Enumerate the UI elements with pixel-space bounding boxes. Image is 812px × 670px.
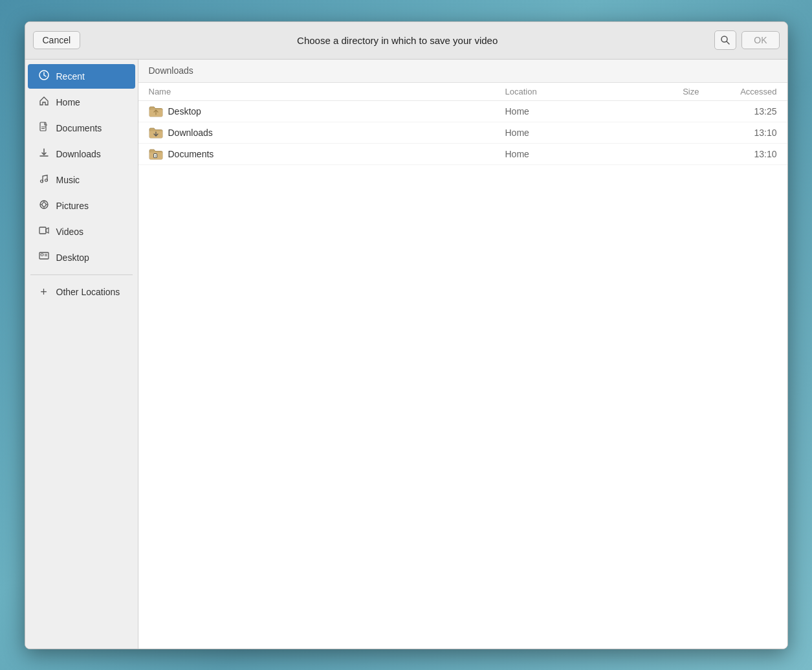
svg-rect-16: [39, 227, 46, 234]
ok-button[interactable]: OK: [741, 31, 779, 49]
folder-home-icon: [149, 106, 163, 117]
search-icon: [720, 35, 730, 45]
svg-line-1: [727, 41, 729, 44]
col-header-accessed: Accessed: [699, 87, 777, 96]
col-header-location: Location: [505, 87, 648, 96]
downloads-icon: [38, 148, 50, 161]
sidebar-item-music[interactable]: Music: [28, 168, 135, 192]
row-accessed: 13:10: [699, 128, 777, 138]
row-accessed: 13:10: [699, 149, 777, 159]
table-row[interactable]: Documents Home 13:10: [138, 144, 787, 165]
col-header-name: Name: [149, 87, 505, 96]
other-locations-icon: +: [38, 285, 50, 299]
sidebar-item-documents[interactable]: Documents: [28, 116, 135, 140]
table-row[interactable]: Downloads Home 13:10: [138, 122, 787, 144]
home-icon: [38, 96, 50, 109]
folder-docs-icon: [149, 148, 163, 160]
sidebar-item-pictures[interactable]: Pictures: [28, 194, 135, 218]
svg-rect-23: [153, 153, 157, 157]
sidebar-divider: [30, 274, 133, 275]
file-list: Name Location Size Accessed Desktop: [138, 83, 787, 649]
sidebar-item-label-pictures: Pictures: [56, 201, 89, 211]
main-content: Downloads Name Location Size Accessed: [138, 60, 787, 649]
file-list-header: Name Location Size Accessed: [138, 83, 787, 101]
toolbar: Cancel Choose a directory in which to sa…: [25, 22, 787, 60]
sidebar-item-label-desktop: Desktop: [56, 252, 89, 263]
sidebar-item-label-documents: Documents: [56, 123, 102, 133]
search-button[interactable]: [714, 30, 736, 50]
sidebar-item-label-home: Home: [56, 97, 80, 107]
row-name: Downloads: [168, 128, 213, 138]
sidebar-item-other-locations[interactable]: + Other Locations: [28, 280, 135, 305]
svg-rect-19: [41, 254, 43, 256]
sidebar-item-label-videos: Videos: [56, 227, 84, 237]
dialog-title: Choose a directory in which to save your…: [85, 35, 709, 46]
svg-marker-17: [46, 228, 49, 233]
row-name: Desktop: [168, 106, 201, 117]
sidebar-item-recent[interactable]: Recent: [28, 64, 135, 89]
file-name-desktop: Desktop: [149, 106, 505, 117]
recent-icon: [38, 70, 50, 83]
table-row[interactable]: Desktop Home 13:25: [138, 101, 787, 122]
music-icon: [38, 173, 50, 186]
videos-icon: [38, 225, 50, 238]
svg-point-9: [45, 179, 47, 181]
path-bar: Downloads: [138, 60, 787, 83]
row-location: Home: [505, 149, 648, 159]
dialog-body: Recent Home: [25, 60, 787, 649]
row-name: Documents: [168, 149, 214, 159]
row-accessed: 13:25: [699, 106, 777, 117]
sidebar: Recent Home: [25, 60, 138, 649]
desktop-icon: [38, 251, 50, 264]
file-chooser-dialog: Cancel Choose a directory in which to sa…: [25, 21, 788, 649]
sidebar-item-label-recent: Recent: [56, 71, 85, 82]
file-name-downloads: Downloads: [149, 127, 505, 139]
pictures-icon: [38, 199, 50, 212]
svg-point-8: [40, 180, 43, 183]
row-location: Home: [505, 106, 648, 117]
documents-icon: [38, 122, 50, 135]
breadcrumb: Downloads: [149, 65, 193, 76]
sidebar-item-label-music: Music: [56, 175, 80, 185]
sidebar-item-desktop[interactable]: Desktop: [28, 245, 135, 270]
sidebar-item-label-other-locations: Other Locations: [56, 287, 120, 297]
sidebar-item-downloads[interactable]: Downloads: [28, 142, 135, 166]
cancel-button[interactable]: Cancel: [33, 31, 81, 49]
col-header-size: Size: [648, 87, 699, 96]
sidebar-item-label-downloads: Downloads: [56, 149, 101, 159]
sidebar-item-videos[interactable]: Videos: [28, 219, 135, 244]
folder-download-icon: [149, 127, 163, 139]
file-name-documents: Documents: [149, 148, 505, 160]
sidebar-item-home[interactable]: Home: [28, 90, 135, 115]
row-location: Home: [505, 128, 648, 138]
svg-point-11: [42, 203, 46, 207]
